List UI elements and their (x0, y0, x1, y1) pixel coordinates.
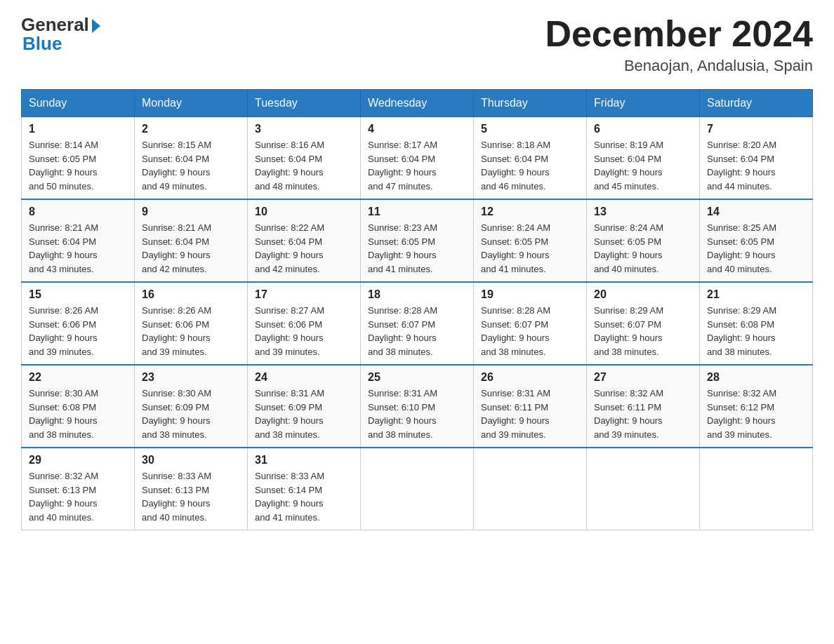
day-number: 3 (255, 123, 353, 135)
calendar-week-row: 1 Sunrise: 8:14 AM Sunset: 6:05 PM Dayli… (22, 117, 813, 200)
calendar-cell: 3 Sunrise: 8:16 AM Sunset: 6:04 PM Dayli… (248, 117, 361, 200)
day-info: Sunrise: 8:33 AM Sunset: 6:13 PM Dayligh… (142, 469, 240, 524)
calendar-cell: 17 Sunrise: 8:27 AM Sunset: 6:06 PM Dayl… (248, 282, 361, 365)
calendar-cell: 2 Sunrise: 8:15 AM Sunset: 6:04 PM Dayli… (135, 117, 248, 200)
calendar-cell: 9 Sunrise: 8:21 AM Sunset: 6:04 PM Dayli… (135, 199, 248, 282)
day-number: 1 (29, 123, 127, 135)
day-info: Sunrise: 8:32 AM Sunset: 6:12 PM Dayligh… (707, 387, 805, 441)
day-info: Sunrise: 8:15 AM Sunset: 6:04 PM Dayligh… (142, 138, 240, 193)
calendar-cell: 15 Sunrise: 8:26 AM Sunset: 6:06 PM Dayl… (22, 282, 135, 365)
calendar-cell: 1 Sunrise: 8:14 AM Sunset: 6:05 PM Dayli… (22, 117, 135, 200)
day-info: Sunrise: 8:30 AM Sunset: 6:09 PM Dayligh… (142, 387, 240, 441)
day-info: Sunrise: 8:31 AM Sunset: 6:09 PM Dayligh… (255, 387, 353, 441)
day-info: Sunrise: 8:24 AM Sunset: 6:05 PM Dayligh… (481, 221, 579, 276)
calendar-cell: 22 Sunrise: 8:30 AM Sunset: 6:08 PM Dayl… (22, 365, 135, 448)
calendar-cell: 23 Sunrise: 8:30 AM Sunset: 6:09 PM Dayl… (135, 365, 248, 448)
day-number: 2 (142, 123, 240, 135)
day-info: Sunrise: 8:32 AM Sunset: 6:13 PM Dayligh… (29, 469, 127, 524)
day-info: Sunrise: 8:23 AM Sunset: 6:05 PM Dayligh… (368, 221, 466, 276)
logo-triangle-icon (92, 19, 100, 33)
calendar-week-row: 15 Sunrise: 8:26 AM Sunset: 6:06 PM Dayl… (22, 282, 813, 365)
day-number: 25 (368, 371, 466, 384)
day-info: Sunrise: 8:28 AM Sunset: 6:07 PM Dayligh… (481, 304, 579, 358)
calendar-table: SundayMondayTuesdayWednesdayThursdayFrid… (21, 89, 813, 530)
day-number: 28 (707, 371, 805, 384)
day-number: 23 (142, 371, 240, 384)
calendar-cell: 20 Sunrise: 8:29 AM Sunset: 6:07 PM Dayl… (587, 282, 700, 365)
day-number: 22 (29, 371, 127, 384)
day-number: 8 (29, 206, 127, 218)
month-title: December 2024 (545, 14, 813, 54)
calendar-cell: 18 Sunrise: 8:28 AM Sunset: 6:07 PM Dayl… (361, 282, 474, 365)
day-info: Sunrise: 8:31 AM Sunset: 6:10 PM Dayligh… (368, 387, 466, 441)
calendar-cell: 28 Sunrise: 8:32 AM Sunset: 6:12 PM Dayl… (700, 365, 813, 448)
weekday-header-saturday: Saturday (700, 90, 813, 117)
calendar-cell: 24 Sunrise: 8:31 AM Sunset: 6:09 PM Dayl… (248, 365, 361, 448)
day-info: Sunrise: 8:29 AM Sunset: 6:07 PM Dayligh… (594, 304, 692, 358)
calendar-cell: 8 Sunrise: 8:21 AM Sunset: 6:04 PM Dayli… (22, 199, 135, 282)
day-number: 4 (368, 123, 466, 135)
logo: General Blue (21, 14, 100, 55)
page-header: General Blue December 2024 Benaojan, And… (21, 14, 813, 75)
day-info: Sunrise: 8:22 AM Sunset: 6:04 PM Dayligh… (255, 221, 353, 276)
day-number: 11 (368, 206, 466, 218)
day-number: 30 (142, 454, 240, 467)
day-number: 17 (255, 288, 353, 301)
day-info: Sunrise: 8:26 AM Sunset: 6:06 PM Dayligh… (29, 304, 127, 358)
day-info: Sunrise: 8:18 AM Sunset: 6:04 PM Dayligh… (481, 138, 579, 193)
calendar-week-row: 8 Sunrise: 8:21 AM Sunset: 6:04 PM Dayli… (22, 199, 813, 282)
day-info: Sunrise: 8:26 AM Sunset: 6:06 PM Dayligh… (142, 304, 240, 358)
calendar-cell: 13 Sunrise: 8:24 AM Sunset: 6:05 PM Dayl… (587, 199, 700, 282)
day-number: 29 (29, 454, 127, 467)
calendar-cell: 7 Sunrise: 8:20 AM Sunset: 6:04 PM Dayli… (700, 117, 813, 200)
day-info: Sunrise: 8:29 AM Sunset: 6:08 PM Dayligh… (707, 304, 805, 358)
weekday-header-monday: Monday (135, 90, 248, 117)
weekday-header-wednesday: Wednesday (361, 90, 474, 117)
logo-blue-text: Blue (22, 33, 62, 55)
calendar-cell: 27 Sunrise: 8:32 AM Sunset: 6:11 PM Dayl… (587, 365, 700, 448)
calendar-cell (361, 448, 474, 530)
day-number: 20 (594, 288, 692, 301)
day-info: Sunrise: 8:21 AM Sunset: 6:04 PM Dayligh… (142, 221, 240, 276)
day-number: 6 (594, 123, 692, 135)
calendar-cell: 29 Sunrise: 8:32 AM Sunset: 6:13 PM Dayl… (22, 448, 135, 530)
calendar-cell: 21 Sunrise: 8:29 AM Sunset: 6:08 PM Dayl… (700, 282, 813, 365)
calendar-cell: 19 Sunrise: 8:28 AM Sunset: 6:07 PM Dayl… (474, 282, 587, 365)
weekday-header-tuesday: Tuesday (248, 90, 361, 117)
calendar-cell: 25 Sunrise: 8:31 AM Sunset: 6:10 PM Dayl… (361, 365, 474, 448)
day-number: 15 (29, 288, 127, 301)
day-info: Sunrise: 8:31 AM Sunset: 6:11 PM Dayligh… (481, 387, 579, 441)
calendar-cell: 30 Sunrise: 8:33 AM Sunset: 6:13 PM Dayl… (135, 448, 248, 530)
weekday-header-sunday: Sunday (22, 90, 135, 117)
day-info: Sunrise: 8:32 AM Sunset: 6:11 PM Dayligh… (594, 387, 692, 441)
calendar-cell: 5 Sunrise: 8:18 AM Sunset: 6:04 PM Dayli… (474, 117, 587, 200)
weekday-header-thursday: Thursday (474, 90, 587, 117)
day-number: 13 (594, 206, 692, 218)
day-number: 12 (481, 206, 579, 218)
day-info: Sunrise: 8:19 AM Sunset: 6:04 PM Dayligh… (594, 138, 692, 193)
calendar-cell (587, 448, 700, 530)
calendar-cell: 10 Sunrise: 8:22 AM Sunset: 6:04 PM Dayl… (248, 199, 361, 282)
calendar-cell: 14 Sunrise: 8:25 AM Sunset: 6:05 PM Dayl… (700, 199, 813, 282)
day-number: 31 (255, 454, 353, 467)
day-info: Sunrise: 8:20 AM Sunset: 6:04 PM Dayligh… (707, 138, 805, 193)
day-number: 19 (481, 288, 579, 301)
day-number: 27 (594, 371, 692, 384)
calendar-week-row: 29 Sunrise: 8:32 AM Sunset: 6:13 PM Dayl… (22, 448, 813, 530)
title-section: December 2024 Benaojan, Andalusia, Spain (545, 14, 813, 75)
day-info: Sunrise: 8:25 AM Sunset: 6:05 PM Dayligh… (707, 221, 805, 276)
calendar-cell: 16 Sunrise: 8:26 AM Sunset: 6:06 PM Dayl… (135, 282, 248, 365)
day-info: Sunrise: 8:33 AM Sunset: 6:14 PM Dayligh… (255, 469, 353, 524)
day-number: 16 (142, 288, 240, 301)
day-number: 14 (707, 206, 805, 218)
calendar-cell: 12 Sunrise: 8:24 AM Sunset: 6:05 PM Dayl… (474, 199, 587, 282)
day-number: 18 (368, 288, 466, 301)
calendar-cell: 6 Sunrise: 8:19 AM Sunset: 6:04 PM Dayli… (587, 117, 700, 200)
day-number: 5 (481, 123, 579, 135)
day-info: Sunrise: 8:17 AM Sunset: 6:04 PM Dayligh… (368, 138, 466, 193)
weekday-header-friday: Friday (587, 90, 700, 117)
day-number: 9 (142, 206, 240, 218)
day-info: Sunrise: 8:16 AM Sunset: 6:04 PM Dayligh… (255, 138, 353, 193)
day-info: Sunrise: 8:28 AM Sunset: 6:07 PM Dayligh… (368, 304, 466, 358)
day-info: Sunrise: 8:14 AM Sunset: 6:05 PM Dayligh… (29, 138, 127, 193)
